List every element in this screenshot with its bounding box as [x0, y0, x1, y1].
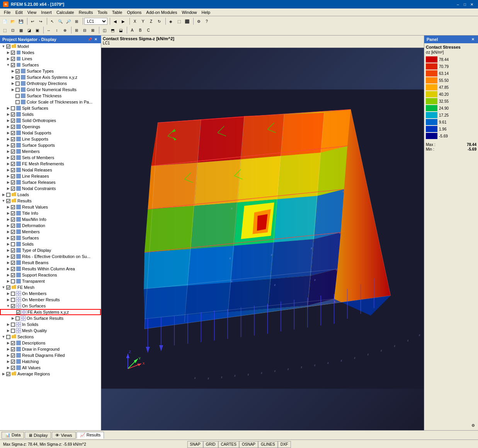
expand-icon-lines[interactable]: ▶ — [6, 57, 10, 61]
tree-node-type-display[interactable]: ▶Type of Display — [0, 247, 101, 253]
checkbox-average-regions[interactable] — [6, 372, 10, 376]
expand-icon-result-beams[interactable]: ▶ — [6, 261, 10, 265]
prev-button[interactable]: ◀ — [111, 17, 119, 25]
lc-selector[interactable]: LC1 — [84, 18, 107, 25]
tree-node-line-releases[interactable]: ▶Line Releases — [0, 173, 101, 179]
tree-node-nodes[interactable]: ▶Nodes — [0, 49, 101, 56]
checkbox-draw-foreground[interactable] — [11, 347, 15, 351]
tree-node-surface-thickness[interactable]: Surface Thickness — [0, 93, 101, 99]
expand-icon-result-diagrams[interactable]: ▶ — [6, 353, 10, 357]
expand-icon-split-surfaces[interactable]: ▶ — [6, 106, 10, 110]
checkbox-sections[interactable] — [6, 335, 10, 339]
save-button[interactable]: 💾 — [17, 17, 25, 25]
checkbox-nodes[interactable] — [11, 51, 15, 55]
bottom-tab-views[interactable]: 👁 Views — [52, 432, 75, 439]
expand-icon-on-member-results[interactable]: ▶ — [6, 298, 10, 302]
menu-item-calculate[interactable]: Calculate — [54, 10, 77, 15]
checkbox-surfaces-r[interactable] — [11, 236, 15, 240]
checkbox-surface-supports[interactable] — [11, 143, 15, 148]
tb2-btn12[interactable]: ◫ — [100, 26, 108, 34]
expand-icon-fe-axis-systems[interactable] — [12, 310, 15, 314]
tb2-btn3[interactable]: ▦ — [17, 26, 25, 34]
close-button[interactable]: ✕ — [469, 2, 475, 7]
tree-node-max-min-info[interactable]: ▶Max/Min Info — [0, 216, 101, 222]
expand-icon-openings[interactable]: ▶ — [6, 125, 10, 129]
checkbox-type-display[interactable] — [11, 248, 15, 253]
checkbox-fe-axis-systems[interactable] — [16, 310, 20, 314]
expand-icon-surfaces[interactable]: ▼ — [6, 63, 10, 67]
status-btn-grid[interactable]: GRID — [203, 441, 218, 448]
tree-container[interactable]: ▼Model▶Nodes▶Lines▼Surfaces▶Surface Type… — [0, 43, 101, 430]
status-btn-dxf[interactable]: DXF — [278, 441, 291, 448]
checkbox-surface-thickness[interactable] — [15, 94, 20, 98]
bottom-tab-results[interactable]: 📈 Results — [77, 432, 104, 439]
checkbox-solids-r[interactable] — [11, 242, 15, 246]
viewport-canvas[interactable]: X Y Z x x x x x — [101, 48, 424, 430]
menu-item-table[interactable]: Table — [110, 10, 124, 15]
expand-icon-on-members[interactable]: ▶ — [6, 292, 10, 295]
expand-icon-orthotropy[interactable]: ▶ — [11, 81, 15, 85]
status-btn-snap[interactable]: SNAP — [187, 441, 203, 448]
tree-node-sets-members[interactable]: ▶Sets of Members — [0, 154, 101, 161]
menu-item-view[interactable]: View — [25, 10, 39, 15]
tb2-btn10[interactable]: ⊟ — [81, 26, 88, 34]
expand-icon-line-releases[interactable]: ▶ — [6, 174, 10, 178]
checkbox-members-r[interactable] — [11, 230, 15, 234]
tree-node-lines[interactable]: ▶Lines — [0, 56, 101, 62]
tree-node-surface-types[interactable]: ▶Surface Types — [0, 68, 101, 74]
tree-node-results-column[interactable]: ▶Results Within Column Area — [0, 266, 101, 272]
expand-icon-draw-foreground[interactable]: ▶ — [6, 347, 10, 351]
tree-node-nodal-supports[interactable]: ▶Nodal Supports — [0, 130, 101, 136]
checkbox-split-surfaces[interactable] — [11, 106, 15, 110]
checkbox-fe-mesh[interactable] — [6, 285, 10, 290]
status-btn-osnap[interactable]: OSNAP — [239, 441, 258, 448]
checkbox-on-members[interactable] — [11, 292, 15, 296]
zoom-in-button[interactable]: 🔍 — [56, 17, 64, 25]
panel-pin-button[interactable]: 📌 — [87, 37, 92, 42]
checkbox-surface-axis[interactable] — [15, 75, 20, 80]
tree-node-on-surface-results[interactable]: ▶On Surface Results — [0, 315, 101, 321]
help-button[interactable]: ? — [203, 17, 211, 25]
expand-icon-surface-types[interactable]: ▶ — [11, 69, 15, 73]
tree-node-openings[interactable]: ▶Openings — [0, 124, 101, 130]
checkbox-deformation[interactable] — [11, 224, 15, 228]
expand-icon-on-surface-results[interactable]: ▶ — [11, 316, 15, 320]
status-btn-cartes[interactable]: CARTES — [218, 441, 239, 448]
tree-node-draw-foreground[interactable]: ▶Draw in Foreground — [0, 346, 101, 352]
checkbox-results-column[interactable] — [11, 267, 15, 271]
expand-icon-deformation[interactable]: ▶ — [6, 224, 10, 227]
checkbox-members[interactable] — [11, 149, 15, 154]
expand-icon-support-reactions[interactable]: ▶ — [6, 273, 10, 277]
menu-item-file[interactable]: File — [2, 10, 13, 15]
tree-node-result-values[interactable]: ▶Result Values — [0, 204, 101, 210]
expand-icon-surface-thickness[interactable] — [11, 94, 15, 98]
checkbox-sets-members[interactable] — [11, 156, 15, 160]
tree-node-on-surfaces[interactable]: ▼On Surfaces — [0, 303, 101, 309]
checkbox-openings[interactable] — [11, 125, 15, 129]
expand-icon-results-column[interactable]: ▶ — [6, 267, 10, 271]
expand-icon-results[interactable]: ▼ — [2, 199, 5, 203]
tree-node-grid-numerical[interactable]: ▶Grid for Numerical Results — [0, 87, 101, 93]
tb2-btn5[interactable]: ▣ — [33, 26, 41, 34]
tb2-btn11[interactable]: ⊠ — [89, 26, 97, 34]
checkbox-fe-mesh-refinements[interactable] — [11, 162, 15, 166]
expand-icon-solid-orthotropies[interactable]: ▶ — [6, 119, 10, 122]
tree-node-line-supports[interactable]: ▶Line Supports — [0, 136, 101, 142]
tb2-btn2[interactable]: ⊡ — [9, 26, 17, 34]
menu-item-edit[interactable]: Edit — [13, 10, 25, 15]
expand-icon-nodes[interactable]: ▶ — [6, 51, 10, 54]
checkbox-title-info[interactable] — [11, 211, 15, 216]
checkbox-mesh-quality[interactable] — [11, 329, 15, 333]
tree-node-solids[interactable]: ▶Solids — [0, 111, 101, 117]
tree-node-average-regions[interactable]: ▶Average Regions — [0, 371, 101, 377]
panel-settings-icon[interactable]: ⚙ — [469, 422, 476, 429]
checkbox-surface-types[interactable] — [15, 69, 20, 73]
expand-icon-title-info[interactable]: ▶ — [6, 211, 10, 215]
checkbox-color-scale[interactable] — [15, 100, 20, 104]
expand-icon-type-display[interactable]: ▶ — [6, 248, 10, 252]
checkbox-surfaces[interactable] — [11, 63, 15, 67]
menu-item-insert[interactable]: Insert — [39, 10, 54, 15]
checkbox-max-min-info[interactable] — [11, 217, 15, 222]
tree-node-nodal-releases[interactable]: ▶Nodal Releases — [0, 167, 101, 173]
tb2-btn16[interactable]: B — [136, 26, 144, 34]
